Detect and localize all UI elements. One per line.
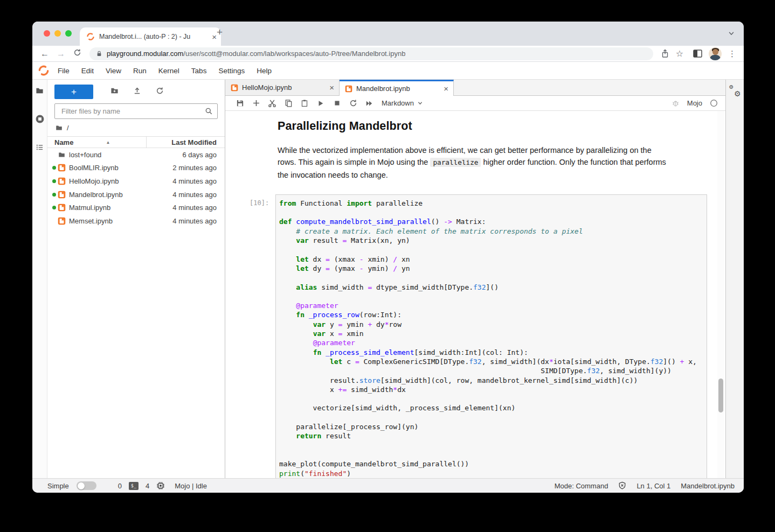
debugger-bug-icon[interactable] xyxy=(672,99,680,107)
property-inspector-gears-icon[interactable]: ⚙ ⚙ xyxy=(730,86,741,97)
save-icon[interactable] xyxy=(232,99,248,107)
chevron-down-icon xyxy=(417,100,423,106)
menu-item-help[interactable]: Help xyxy=(251,67,278,75)
profile-avatar[interactable] xyxy=(709,47,722,60)
file-row[interactable]: lost+found6 days ago xyxy=(47,148,225,162)
forward-icon[interactable]: → xyxy=(54,49,68,59)
menu-item-kernel[interactable]: Kernel xyxy=(153,67,185,75)
file-browser-panel: + / xyxy=(47,80,225,478)
file-modified: 4 minutes ago xyxy=(172,191,217,199)
new-folder-icon[interactable] xyxy=(103,87,126,97)
new-tab-button[interactable]: + xyxy=(217,26,223,38)
simple-mode-toggle[interactable] xyxy=(77,481,96,490)
paste-cells-icon[interactable] xyxy=(296,99,313,107)
copy-cells-icon[interactable] xyxy=(280,99,296,107)
code-line: fn _process_simd_element[simd_width:Int]… xyxy=(279,348,702,357)
back-icon[interactable]: ← xyxy=(38,49,52,59)
menu-item-edit[interactable]: Edit xyxy=(75,67,100,75)
code-cell[interactable]: [10]: from Functional import parallelize… xyxy=(275,194,707,478)
browser-tab[interactable]: Mandelbrot.i... (auto-P : 2) - Ju × xyxy=(80,27,221,46)
notebook-tab-hellomojo-ipynb[interactable]: HelloMojo.ipynb× xyxy=(225,80,340,95)
tab-close-icon[interactable]: × xyxy=(212,33,217,41)
code-line: let dx = (xmax - xmin) / xn xyxy=(279,255,702,264)
maximize-window-button[interactable] xyxy=(65,30,72,37)
upload-icon[interactable] xyxy=(126,87,148,97)
notebook-file-icon xyxy=(58,217,69,225)
command-mode-indicator[interactable]: Mode: Command xyxy=(555,482,608,490)
cursor-position[interactable]: Ln 1, Col 1 xyxy=(636,482,670,490)
file-name: lost+found xyxy=(69,151,182,159)
tab-close-icon[interactable]: × xyxy=(444,84,448,93)
file-row[interactable]: BoolMLIR.ipynb2 minutes ago xyxy=(47,162,225,175)
file-row[interactable]: Memset.ipynb4 minutes ago xyxy=(47,214,225,228)
statusbar-filename: Mandelbrot.ipynb xyxy=(681,482,735,490)
favicon-mojo-icon xyxy=(86,32,95,41)
cell-execution-prompt: [10]: xyxy=(250,199,269,207)
file-name: HelloMojo.ipynb xyxy=(69,177,172,185)
notebook-paragraph: While the vectorized implementation abov… xyxy=(278,144,666,181)
notebook-file-icon xyxy=(58,177,69,185)
code-line: from Functional import parallelize xyxy=(279,199,702,208)
reload-icon[interactable] xyxy=(70,48,84,59)
notebook-file-icon xyxy=(58,204,69,212)
notebook-tab-mandelbrot-ipynb[interactable]: Mandelbrot.ipynb× xyxy=(340,80,454,96)
menu-item-view[interactable]: View xyxy=(100,67,127,75)
kernel-name[interactable]: Mojo xyxy=(687,99,702,107)
column-last-modified[interactable]: Last Modified xyxy=(147,138,225,146)
tab-search-chevron-icon[interactable] xyxy=(728,30,735,39)
kernel-chip-icon[interactable] xyxy=(156,481,165,490)
minimize-window-button[interactable] xyxy=(54,30,61,37)
browser-tab-title: Mandelbrot.i... (auto-P : 2) - Ju xyxy=(99,33,207,40)
notebook-scrollbar[interactable] xyxy=(717,111,724,478)
kernel-status-icon[interactable] xyxy=(710,99,718,107)
terminal-icon[interactable]: $_ xyxy=(129,482,139,490)
interrupt-kernel-icon[interactable] xyxy=(329,100,345,107)
side-panel-icon[interactable] xyxy=(693,50,702,58)
cell-type-dropdown[interactable]: Markdown xyxy=(382,99,423,107)
filter-files-input[interactable] xyxy=(60,107,205,116)
add-cell-icon[interactable] xyxy=(248,99,264,107)
file-row[interactable]: Mandelbrot.ipynb4 minutes ago xyxy=(47,188,225,201)
table-of-contents-icon[interactable] xyxy=(35,143,44,151)
menu-item-file[interactable]: File xyxy=(52,67,75,75)
running-kernels-icon[interactable] xyxy=(35,114,45,124)
file-modified: 4 minutes ago xyxy=(172,217,217,225)
file-row[interactable]: HelloMojo.ipynb4 minutes ago xyxy=(47,174,225,188)
file-modified: 4 minutes ago xyxy=(172,177,217,185)
code-editor[interactable]: from Functional import parallelizedef co… xyxy=(275,194,707,478)
jupyterlab-menubar: FileEditViewRunKernelTabsSettingsHelp xyxy=(32,62,744,80)
file-row[interactable]: Matmul.ipynb4 minutes ago xyxy=(47,201,225,214)
new-launcher-button[interactable]: + xyxy=(54,85,93,99)
menu-item-run[interactable]: Run xyxy=(127,67,153,75)
menu-item-settings[interactable]: Settings xyxy=(212,67,251,75)
bookmark-star-icon[interactable]: ☆ xyxy=(676,48,683,59)
refresh-file-list-icon[interactable] xyxy=(148,87,171,97)
kernel-status-text[interactable]: Mojo | Idle xyxy=(175,482,207,490)
tab-close-icon[interactable]: × xyxy=(329,83,334,92)
run-cell-icon[interactable] xyxy=(313,100,329,107)
url-domain: playground.modular.com xyxy=(107,50,183,58)
markdown-cell[interactable]: Parallelizing Mandelbrot While the vecto… xyxy=(278,120,666,181)
jupyterlab-main: + / xyxy=(32,80,744,478)
notebook-toolbar: Markdown Mojo xyxy=(225,96,725,111)
trust-shield-icon[interactable] xyxy=(618,481,626,490)
column-name[interactable]: Name ▲ xyxy=(47,137,147,148)
browser-menu-icon[interactable]: ⋮ xyxy=(728,49,736,59)
breadcrumb-root[interactable]: / xyxy=(67,124,69,132)
close-window-button[interactable] xyxy=(44,30,50,37)
code-line: let dy = (ymax - ymin) / yn xyxy=(279,264,702,273)
code-line: SIMD[DType.f32, simd_width](y)) xyxy=(279,366,702,375)
lock-icon xyxy=(96,50,102,57)
share-icon[interactable] xyxy=(661,49,669,58)
breadcrumb[interactable]: / xyxy=(47,119,225,136)
address-bar[interactable]: playground.modular.com/user/scott@modula… xyxy=(89,47,653,60)
restart-kernel-icon[interactable] xyxy=(345,99,361,107)
filter-files-box xyxy=(54,103,218,119)
cut-cells-icon[interactable] xyxy=(264,99,280,108)
restart-run-all-icon[interactable] xyxy=(361,100,377,107)
code-line xyxy=(279,208,702,217)
menu-item-tabs[interactable]: Tabs xyxy=(185,67,213,75)
file-browser-icon[interactable] xyxy=(35,87,44,95)
scrollbar-thumb[interactable] xyxy=(718,379,723,412)
simple-mode-label: Simple xyxy=(47,482,69,490)
